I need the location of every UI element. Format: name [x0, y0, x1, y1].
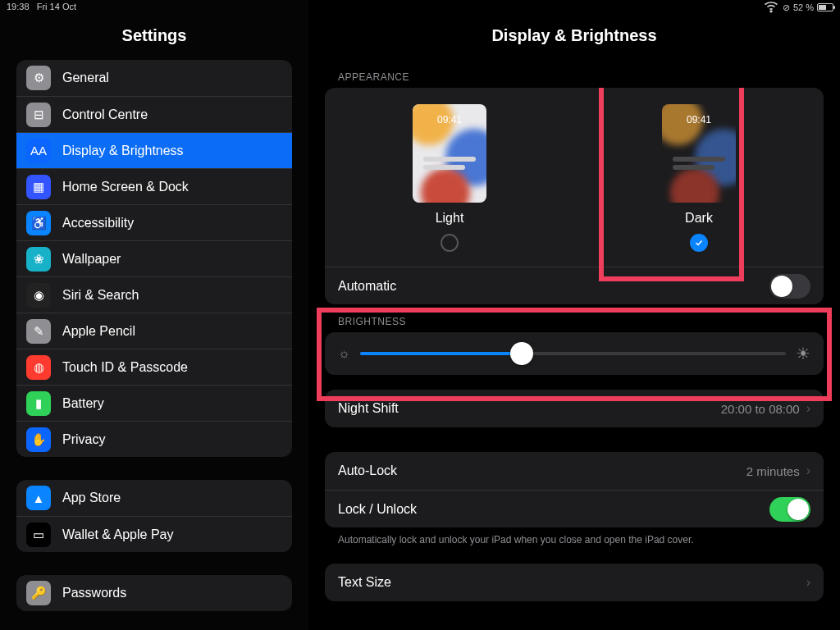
sidebar-item-label: General	[62, 71, 109, 85]
automatic-label: Automatic	[338, 279, 396, 294]
sidebar-icon: ❀	[26, 247, 51, 272]
sidebar-icon: ◉	[26, 283, 51, 308]
sidebar-item-label: Control Centre	[62, 107, 148, 122]
status-time: 19:38	[7, 2, 30, 11]
appearance-option-dark[interactable]: 09:41 Dark	[662, 104, 736, 252]
status-right: ⊘ 52 %	[763, 2, 833, 13]
sidebar-item-label: Apple Pencil	[62, 324, 135, 339]
dark-preview-time: 09:41	[662, 114, 736, 126]
sidebar-icon: ▦	[26, 175, 51, 199]
nightshift-row[interactable]: Night Shift 20:00 to 08:00 ›	[325, 390, 824, 427]
brightness-header: BRIGHTNESS	[325, 304, 824, 332]
textsize-row[interactable]: Text Size ›	[325, 564, 824, 601]
sidebar-item-control-centre[interactable]: ⊟Control Centre	[16, 96, 292, 132]
sidebar-icon: ♿	[26, 211, 51, 235]
text-panel: Text Size ›	[325, 564, 824, 601]
sidebar-item-battery[interactable]: ▮Battery	[16, 385, 292, 421]
sidebar-item-siri-search[interactable]: ◉Siri & Search	[16, 276, 292, 313]
sidebar-item-label: Wallet & Apple Pay	[62, 527, 173, 542]
nightshift-panel: Night Shift 20:00 to 08:00 ›	[325, 390, 824, 427]
sidebar-icon: ▭	[26, 523, 51, 547]
sidebar-item-accessibility[interactable]: ♿Accessibility	[16, 204, 292, 240]
appearance-option-light[interactable]: 09:41 Light	[413, 104, 486, 252]
dark-label: Dark	[685, 211, 713, 226]
nightshift-value: 20:00 to 08:00 ›	[721, 401, 810, 416]
screen: 19:38 Fri 14 Oct ⊘ 52 % Settings ⚙Genera…	[0, 0, 840, 630]
automatic-row[interactable]: Automatic	[325, 267, 824, 304]
autolock-row[interactable]: Auto-Lock 2 minutes ›	[325, 452, 824, 490]
textsize-label: Text Size	[338, 575, 391, 590]
sidebar-item-apple-pencil[interactable]: ✎Apple Pencil	[16, 313, 292, 349]
sidebar-icon: ◍	[26, 355, 51, 380]
sidebar-item-display-brightness[interactable]: AADisplay & Brightness	[16, 132, 292, 168]
dark-radio[interactable]	[690, 234, 708, 252]
light-preview-time: 09:41	[413, 114, 486, 126]
chevron-right-icon: ›	[806, 575, 810, 590]
light-radio[interactable]	[441, 234, 459, 252]
brightness-high-icon: ☀	[796, 344, 810, 363]
sidebar-icon: AA	[26, 139, 51, 163]
settings-sidebar: Settings ⚙General⊟Control CentreAADispla…	[0, 0, 308, 630]
brightness-low-icon: ☼	[338, 346, 350, 361]
chevron-right-icon: ›	[806, 463, 810, 478]
lock-note: Automatically lock and unlock your iPad …	[325, 527, 824, 546]
sidebar-title: Settings	[0, 15, 308, 60]
brightness-panel: ☼ ☀	[325, 332, 824, 375]
orientation-lock-icon: ⊘	[783, 2, 790, 13]
automatic-toggle[interactable]	[769, 274, 810, 299]
sidebar-icon: ✎	[26, 319, 51, 344]
status-bar: 19:38 Fri 14 Oct ⊘ 52 %	[0, 0, 840, 15]
sidebar-icon: ▮	[26, 391, 51, 416]
sidebar-group-3: 🔑Passwords	[16, 575, 292, 611]
status-left: 19:38 Fri 14 Oct	[7, 2, 76, 13]
sidebar-icon: ▲	[26, 486, 51, 510]
lockunlock-toggle[interactable]	[769, 497, 810, 522]
dark-preview: 09:41	[662, 104, 736, 203]
sidebar-icon: ✋	[26, 427, 51, 452]
sidebar-item-wallet-apple-pay[interactable]: ▭Wallet & Apple Pay	[16, 516, 292, 552]
detail-scroll[interactable]: APPEARANCE 09:41 Light	[308, 60, 840, 630]
autolock-value: 2 minutes ›	[746, 463, 810, 478]
appearance-options: 09:41 Light 09:41	[325, 88, 824, 267]
sidebar-item-home-screen-dock[interactable]: ▦Home Screen & Dock	[16, 168, 292, 204]
light-preview: 09:41	[413, 104, 486, 203]
sidebar-item-privacy[interactable]: ✋Privacy	[16, 421, 292, 457]
sidebar-group-2: ▲App Store▭Wallet & Apple Pay	[16, 480, 292, 552]
lockunlock-row[interactable]: Lock / Unlock	[325, 490, 824, 527]
lockunlock-label: Lock / Unlock	[338, 502, 417, 517]
wifi-icon	[763, 0, 779, 16]
light-label: Light	[436, 211, 464, 226]
detail-pane: Display & Brightness APPEARANCE 09:41	[308, 0, 840, 630]
sidebar-item-label: App Store	[62, 491, 121, 505]
sidebar-item-app-store[interactable]: ▲App Store	[16, 480, 292, 516]
brightness-block: BRIGHTNESS ☼ ☀	[325, 304, 824, 375]
sidebar-scroll[interactable]: ⚙General⊟Control CentreAADisplay & Brigh…	[0, 60, 308, 630]
sidebar-item-touch-id-passcode[interactable]: ◍Touch ID & Passcode	[16, 349, 292, 385]
battery-pct: 52 %	[793, 2, 814, 12]
sidebar-item-label: Home Screen & Dock	[62, 180, 189, 194]
sidebar-item-label: Siri & Search	[62, 288, 139, 303]
nightshift-label: Night Shift	[338, 401, 399, 416]
sidebar-item-label: Accessibility	[62, 216, 134, 231]
lock-panel: Auto-Lock 2 minutes › Lock / Unlock	[325, 452, 824, 527]
chevron-right-icon: ›	[806, 401, 810, 416]
sidebar-item-label: Battery	[62, 396, 104, 411]
brightness-slider-row[interactable]: ☼ ☀	[325, 332, 824, 375]
brightness-slider[interactable]	[360, 352, 786, 355]
autolock-label: Auto-Lock	[338, 463, 397, 478]
sidebar-item-wallpaper[interactable]: ❀Wallpaper	[16, 240, 292, 276]
sidebar-icon: ⊟	[26, 103, 51, 127]
sidebar-icon: ⚙	[26, 66, 51, 90]
sidebar-group-1: ⚙General⊟Control CentreAADisplay & Brigh…	[16, 60, 292, 457]
svg-point-0	[770, 11, 772, 12]
detail-title: Display & Brightness	[308, 15, 840, 60]
sidebar-item-label: Passwords	[62, 586, 126, 600]
sidebar-item-passwords[interactable]: 🔑Passwords	[16, 575, 292, 611]
appearance-panel: 09:41 Light 09:41	[325, 88, 824, 304]
sidebar-item-label: Touch ID & Passcode	[62, 360, 188, 375]
sidebar-item-label: Display & Brightness	[62, 144, 184, 158]
sidebar-icon: 🔑	[26, 581, 51, 605]
sidebar-item-general[interactable]: ⚙General	[16, 60, 292, 96]
battery-icon	[817, 3, 833, 11]
status-date: Fri 14 Oct	[37, 2, 76, 11]
